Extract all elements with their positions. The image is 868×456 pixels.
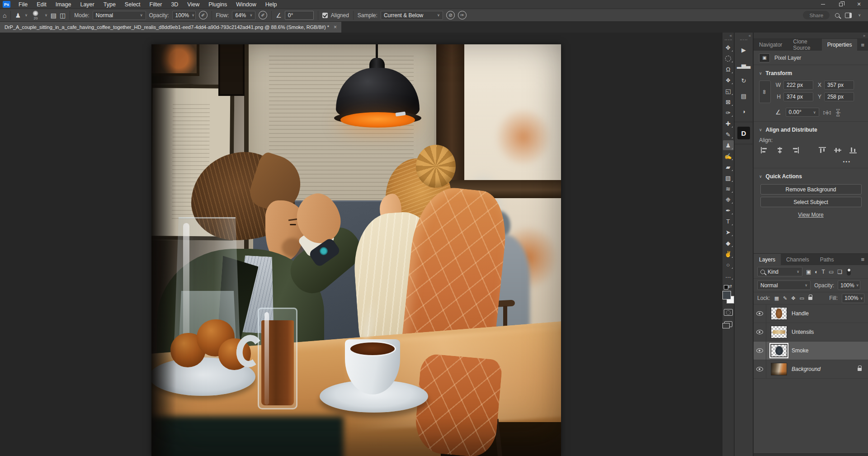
libraries-panel-icon[interactable]: ▤ [737,90,750,102]
quick-actions-header[interactable]: ∨ Quick Actions [759,171,863,182]
crop-tool[interactable]: ◱ [723,86,734,96]
view-more-link[interactable]: View More [798,212,823,218]
tab-navigator[interactable]: Navigator [754,39,788,51]
brush-angle-input[interactable]: 0° [285,11,314,20]
visibility-toggle[interactable] [754,360,766,378]
plugin-panel-icon[interactable]: D [737,127,750,139]
panel-menu-icon[interactable]: ≡ [857,254,868,265]
layer-thumbnail[interactable] [771,307,787,320]
chevron-down-icon[interactable]: ∨ [45,13,47,17]
x-input[interactable]: 357 px [824,81,854,90]
menu-type[interactable]: Type [99,0,120,9]
canvas-pasteboard[interactable] [0,33,722,456]
brush-preset-picker[interactable]: 20 [31,10,41,21]
flip-horizontal-button[interactable]: ▷|◁ [824,110,830,115]
path-selection-tool[interactable]: ➤ [723,227,734,237]
tab-clone-source[interactable]: Clone Source [788,39,821,51]
pressure-size-icon[interactable]: ✑ [458,11,467,19]
smudge-tool[interactable]: ≋ [723,184,734,194]
rotation-input[interactable]: 0.00° ∨ [786,108,819,117]
visibility-toggle[interactable] [754,304,766,323]
clone-source-panel-icon[interactable]: ◫ [60,12,66,19]
quick-selection-tool[interactable]: ❖ [723,75,734,85]
filter-toggle[interactable] [847,268,851,276]
lock-position-icon[interactable]: ✥ [791,295,795,301]
workspace-switcher-icon[interactable] [845,13,852,18]
visibility-toggle[interactable] [754,342,766,360]
clone-stamp-preset-icon[interactable]: ♟ [15,12,21,19]
color-swatches[interactable] [722,291,734,304]
restore-button[interactable] [832,0,850,9]
align-more-button[interactable]: ••• [759,159,851,164]
filter-shape-layers-icon[interactable]: ▭ [829,269,834,275]
align-center-horizontal-icon[interactable] [776,147,783,153]
filter-type-layers-icon[interactable]: T [822,269,825,275]
aligned-checkbox[interactable] [322,13,328,18]
filter-pixel-layers-icon[interactable]: ▣ [806,269,811,275]
layer-thumbnail[interactable] [771,363,787,375]
collapse-panels-icon[interactable]: « [749,33,753,38]
zoom-tool[interactable]: ○ [723,260,734,270]
actions-panel-icon[interactable]: ▶ [737,43,750,56]
opacity-select[interactable]: 100% ∨ [172,11,196,20]
chevron-down-icon[interactable]: ∨ [858,13,861,17]
link-dimensions-button[interactable]: ∞ [759,81,771,103]
layer-opacity-select[interactable]: 100% ∨ [838,280,860,290]
menu-file[interactable]: File [14,0,32,9]
align-right-icon[interactable] [792,147,799,153]
type-tool[interactable]: T [723,216,734,226]
brush-settings-panel-icon[interactable]: ▤ [51,12,57,19]
frame-tool[interactable]: ⊠ [723,97,734,107]
fill-select[interactable]: 100% ∨ [842,294,864,303]
y-input[interactable]: 258 px [824,92,854,101]
filter-adjustment-layers-icon[interactable]: ◐ [815,269,818,275]
tab-paths[interactable]: Paths [815,254,840,265]
close-button[interactable]: ✕ [850,0,868,9]
quick-mask-button[interactable] [724,309,733,316]
tablet-pressure-opacity-icon[interactable]: ✐ [199,11,208,19]
rail-grip[interactable] [740,39,747,40]
history-panel-icon[interactable]: ↻ [737,74,750,87]
lock-transparent-pixels-icon[interactable]: ▦ [774,295,779,301]
brush-tool[interactable]: ✎ [723,129,734,139]
tab-channels[interactable]: Channels [781,254,815,265]
layer-row-smoke[interactable]: Smoke [754,342,868,360]
gradient-tool[interactable]: ▧ [723,173,734,183]
adjustments-panel-icon[interactable]: ◑ [737,105,750,118]
filter-kind-select[interactable]: Kind ∨ [757,267,802,276]
shape-tool[interactable]: ◆ [723,238,734,248]
align-left-icon[interactable] [761,147,768,153]
menu-filter[interactable]: Filter [145,0,167,9]
align-bottom-icon[interactable] [849,147,857,153]
clone-stamp-tool[interactable]: ♟ [723,140,734,150]
align-header[interactable]: ∨ Align and Distribute [759,124,863,135]
home-icon[interactable]: ⌂ [3,12,6,19]
layer-row-handle[interactable]: Handle [754,304,868,323]
select-subject-button[interactable]: Select Subject [760,197,862,207]
layer-row-untensils[interactable]: Untensils [754,323,868,342]
dodge-tool[interactable]: ❉ [723,195,734,204]
menu-plugins[interactable]: Plugins [204,0,231,9]
menu-3d[interactable]: 3D [166,0,183,9]
search-icon[interactable] [835,13,840,18]
width-input[interactable]: 222 px [783,81,813,90]
panel-collapse-strip[interactable]: » [754,33,868,39]
default-colors-icon[interactable] [724,284,733,290]
more-tools-button[interactable]: … [723,271,734,280]
move-tool[interactable]: ✥ [723,43,734,52]
photoshop-logo[interactable]: Ps [3,1,10,8]
minimize-button[interactable] [814,0,832,9]
mode-select[interactable]: Normal ∨ [93,11,146,20]
visibility-toggle[interactable] [754,323,766,341]
lock-artboard-icon[interactable]: ▭ [800,295,804,301]
lock-image-pixels-icon[interactable]: ✎ [783,295,787,301]
menu-image[interactable]: Image [51,0,76,9]
sample-select[interactable]: Current & Below ∨ [381,11,443,20]
panel-menu-icon[interactable]: ≡ [857,39,868,51]
menu-layer[interactable]: Layer [75,0,99,9]
foreground-color-swatch[interactable] [722,291,731,299]
filter-smart-objects-icon[interactable]: ❏ [837,269,842,275]
align-top-icon[interactable] [819,147,826,153]
hand-tool[interactable]: ✌ [723,249,734,259]
layer-thumbnail[interactable] [771,326,787,338]
